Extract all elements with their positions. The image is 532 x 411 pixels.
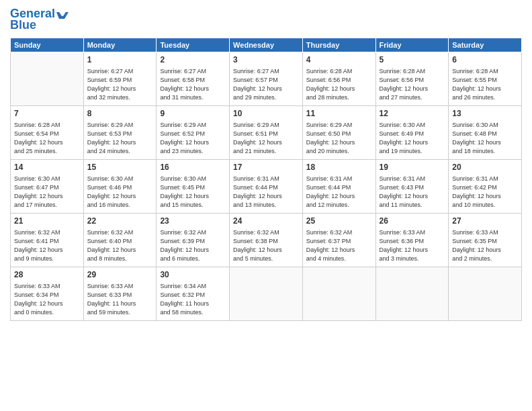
column-header-wednesday: Wednesday bbox=[230, 38, 303, 52]
logo: General Blue bbox=[10, 7, 70, 32]
day-number: 16 bbox=[160, 162, 226, 173]
day-info: Sunrise: 6:27 AMSunset: 6:58 PMDaylight:… bbox=[160, 67, 226, 102]
day-info: Sunrise: 6:28 AMSunset: 6:54 PMDaylight:… bbox=[14, 121, 80, 156]
logo-icon bbox=[55, 7, 70, 21]
day-number: 14 bbox=[14, 162, 80, 173]
day-info: Sunrise: 6:30 AMSunset: 6:48 PMDaylight:… bbox=[452, 121, 518, 156]
calendar-cell: 23Sunrise: 6:32 AMSunset: 6:39 PMDayligh… bbox=[157, 213, 230, 267]
day-info: Sunrise: 6:31 AMSunset: 6:43 PMDaylight:… bbox=[380, 175, 445, 210]
week-row-3: 14Sunrise: 6:30 AMSunset: 6:47 PMDayligh… bbox=[11, 159, 522, 213]
day-number: 30 bbox=[160, 269, 226, 281]
calendar-cell: 8Sunrise: 6:29 AMSunset: 6:53 PMDaylight… bbox=[83, 105, 157, 159]
day-info: Sunrise: 6:28 AMSunset: 6:56 PMDaylight:… bbox=[306, 67, 372, 102]
day-info: Sunrise: 6:29 AMSunset: 6:52 PMDaylight:… bbox=[160, 121, 226, 156]
calendar-cell: 4Sunrise: 6:28 AMSunset: 6:56 PMDaylight… bbox=[302, 52, 375, 105]
day-number: 10 bbox=[233, 108, 299, 120]
day-info: Sunrise: 6:28 AMSunset: 6:55 PMDaylight:… bbox=[452, 67, 518, 102]
svg-marker-0 bbox=[56, 12, 69, 19]
day-number: 1 bbox=[87, 54, 153, 66]
header-row: SundayMondayTuesdayWednesdayThursdayFrid… bbox=[11, 38, 522, 52]
day-number: 6 bbox=[452, 54, 518, 66]
week-row-2: 7Sunrise: 6:28 AMSunset: 6:54 PMDaylight… bbox=[11, 105, 522, 159]
day-number: 20 bbox=[452, 162, 518, 173]
day-info: Sunrise: 6:29 AMSunset: 6:51 PMDaylight:… bbox=[233, 121, 299, 156]
day-info: Sunrise: 6:27 AMSunset: 6:57 PMDaylight:… bbox=[233, 67, 299, 102]
calendar-table: SundayMondayTuesdayWednesdayThursdayFrid… bbox=[10, 38, 522, 321]
calendar-cell: 24Sunrise: 6:32 AMSunset: 6:38 PMDayligh… bbox=[230, 213, 303, 267]
calendar-cell: 18Sunrise: 6:31 AMSunset: 6:44 PMDayligh… bbox=[302, 159, 375, 213]
day-number: 21 bbox=[14, 216, 80, 227]
column-header-tuesday: Tuesday bbox=[157, 38, 230, 52]
calendar-cell bbox=[375, 267, 449, 320]
day-info: Sunrise: 6:30 AMSunset: 6:46 PMDaylight:… bbox=[87, 175, 153, 210]
day-number: 29 bbox=[87, 269, 153, 281]
day-number: 9 bbox=[160, 108, 226, 120]
day-number: 17 bbox=[233, 162, 299, 173]
week-row-5: 28Sunrise: 6:33 AMSunset: 6:34 PMDayligh… bbox=[11, 267, 522, 320]
day-info: Sunrise: 6:27 AMSunset: 6:59 PMDaylight:… bbox=[87, 67, 153, 102]
calendar-cell: 27Sunrise: 6:33 AMSunset: 6:35 PMDayligh… bbox=[449, 213, 522, 267]
day-info: Sunrise: 6:32 AMSunset: 6:38 PMDaylight:… bbox=[233, 228, 299, 263]
week-row-1: 1Sunrise: 6:27 AMSunset: 6:59 PMDaylight… bbox=[11, 52, 522, 105]
calendar-cell: 9Sunrise: 6:29 AMSunset: 6:52 PMDaylight… bbox=[157, 105, 230, 159]
day-info: Sunrise: 6:31 AMSunset: 6:42 PMDaylight:… bbox=[452, 175, 518, 210]
calendar-cell: 3Sunrise: 6:27 AMSunset: 6:57 PMDaylight… bbox=[230, 52, 303, 105]
day-number: 23 bbox=[160, 216, 226, 227]
day-info: Sunrise: 6:30 AMSunset: 6:49 PMDaylight:… bbox=[380, 121, 445, 156]
day-number: 11 bbox=[306, 108, 372, 120]
calendar-cell: 5Sunrise: 6:28 AMSunset: 6:56 PMDaylight… bbox=[375, 52, 449, 105]
calendar-cell: 17Sunrise: 6:31 AMSunset: 6:44 PMDayligh… bbox=[230, 159, 303, 213]
calendar-cell bbox=[449, 267, 522, 320]
day-info: Sunrise: 6:30 AMSunset: 6:45 PMDaylight:… bbox=[160, 175, 226, 210]
column-header-saturday: Saturday bbox=[449, 38, 522, 52]
calendar-cell: 6Sunrise: 6:28 AMSunset: 6:55 PMDaylight… bbox=[449, 52, 522, 105]
calendar-cell: 21Sunrise: 6:32 AMSunset: 6:41 PMDayligh… bbox=[11, 213, 84, 267]
day-number: 7 bbox=[14, 108, 80, 120]
day-number: 15 bbox=[87, 162, 153, 173]
day-info: Sunrise: 6:32 AMSunset: 6:41 PMDaylight:… bbox=[14, 228, 80, 263]
day-number: 8 bbox=[87, 108, 153, 120]
day-number: 18 bbox=[306, 162, 372, 173]
header: General Blue bbox=[10, 7, 522, 32]
day-info: Sunrise: 6:28 AMSunset: 6:56 PMDaylight:… bbox=[380, 67, 445, 102]
day-info: Sunrise: 6:30 AMSunset: 6:47 PMDaylight:… bbox=[14, 175, 80, 210]
calendar-cell: 20Sunrise: 6:31 AMSunset: 6:42 PMDayligh… bbox=[449, 159, 522, 213]
calendar-cell: 1Sunrise: 6:27 AMSunset: 6:59 PMDaylight… bbox=[83, 52, 157, 105]
day-number: 25 bbox=[306, 216, 372, 227]
calendar-cell: 12Sunrise: 6:30 AMSunset: 6:49 PMDayligh… bbox=[375, 105, 449, 159]
day-info: Sunrise: 6:32 AMSunset: 6:37 PMDaylight:… bbox=[306, 228, 372, 263]
day-number: 2 bbox=[160, 54, 226, 66]
day-info: Sunrise: 6:33 AMSunset: 6:35 PMDaylight:… bbox=[452, 228, 518, 263]
calendar-page: General Blue SundayMondayTuesdayWednesda… bbox=[0, 0, 532, 411]
calendar-cell: 22Sunrise: 6:32 AMSunset: 6:40 PMDayligh… bbox=[83, 213, 157, 267]
day-number: 24 bbox=[233, 216, 299, 227]
calendar-cell: 28Sunrise: 6:33 AMSunset: 6:34 PMDayligh… bbox=[11, 267, 84, 320]
calendar-cell: 13Sunrise: 6:30 AMSunset: 6:48 PMDayligh… bbox=[449, 105, 522, 159]
day-number: 26 bbox=[380, 216, 445, 227]
calendar-cell bbox=[11, 52, 84, 105]
day-number: 5 bbox=[380, 54, 445, 66]
calendar-cell: 14Sunrise: 6:30 AMSunset: 6:47 PMDayligh… bbox=[11, 159, 84, 213]
calendar-cell: 26Sunrise: 6:33 AMSunset: 6:36 PMDayligh… bbox=[375, 213, 449, 267]
day-info: Sunrise: 6:33 AMSunset: 6:33 PMDaylight:… bbox=[87, 282, 153, 317]
calendar-cell: 16Sunrise: 6:30 AMSunset: 6:45 PMDayligh… bbox=[157, 159, 230, 213]
calendar-cell: 25Sunrise: 6:32 AMSunset: 6:37 PMDayligh… bbox=[302, 213, 375, 267]
calendar-cell: 11Sunrise: 6:29 AMSunset: 6:50 PMDayligh… bbox=[302, 105, 375, 159]
logo-text-blue: Blue bbox=[10, 19, 36, 32]
day-info: Sunrise: 6:29 AMSunset: 6:50 PMDaylight:… bbox=[306, 121, 372, 156]
day-info: Sunrise: 6:32 AMSunset: 6:40 PMDaylight:… bbox=[87, 228, 153, 263]
calendar-cell: 19Sunrise: 6:31 AMSunset: 6:43 PMDayligh… bbox=[375, 159, 449, 213]
day-info: Sunrise: 6:33 AMSunset: 6:36 PMDaylight:… bbox=[380, 228, 445, 263]
day-info: Sunrise: 6:33 AMSunset: 6:34 PMDaylight:… bbox=[14, 282, 80, 317]
day-info: Sunrise: 6:32 AMSunset: 6:39 PMDaylight:… bbox=[160, 228, 226, 263]
calendar-cell: 29Sunrise: 6:33 AMSunset: 6:33 PMDayligh… bbox=[83, 267, 157, 320]
calendar-cell: 10Sunrise: 6:29 AMSunset: 6:51 PMDayligh… bbox=[230, 105, 303, 159]
calendar-cell: 15Sunrise: 6:30 AMSunset: 6:46 PMDayligh… bbox=[83, 159, 157, 213]
calendar-cell: 7Sunrise: 6:28 AMSunset: 6:54 PMDaylight… bbox=[11, 105, 84, 159]
column-header-monday: Monday bbox=[83, 38, 157, 52]
day-info: Sunrise: 6:34 AMSunset: 6:32 PMDaylight:… bbox=[160, 282, 226, 317]
day-number: 3 bbox=[233, 54, 299, 66]
calendar-cell bbox=[230, 267, 303, 320]
calendar-cell: 30Sunrise: 6:34 AMSunset: 6:32 PMDayligh… bbox=[157, 267, 230, 320]
calendar-cell bbox=[302, 267, 375, 320]
